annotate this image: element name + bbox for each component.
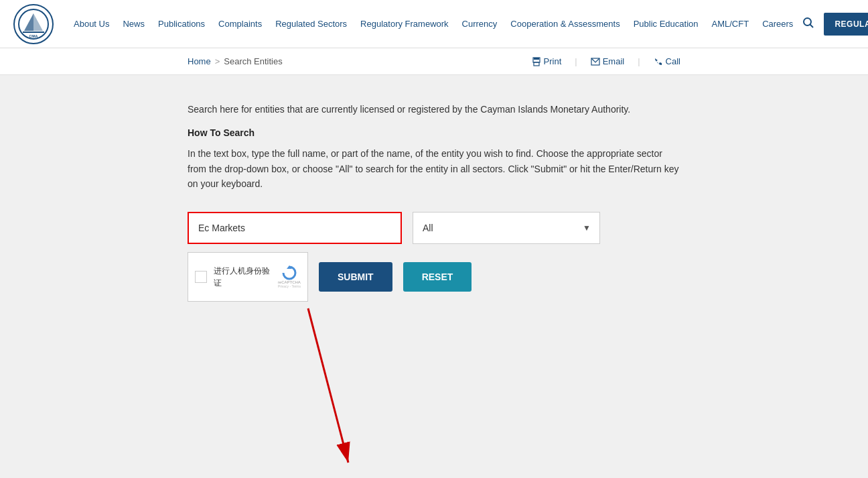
sector-select[interactable]: All Banking Insurance Investments Fiduci… (413, 212, 600, 244)
search-form: All Banking Insurance Investments Fiduci… (188, 212, 680, 302)
search-row: All Banking Insurance Investments Fiduci… (188, 212, 680, 244)
search-input-wrapper (188, 212, 402, 244)
nav-publications[interactable]: Publications (151, 19, 212, 29)
svg-line-13 (308, 308, 348, 463)
nav-about-us[interactable]: About Us (67, 19, 116, 29)
recaptcha-subtext: Privacy - Terms (278, 284, 301, 288)
breadcrumb-current: Search Entities (224, 56, 282, 66)
breadcrumb-bar: Home > Search Entities Print | Email | (0, 48, 868, 75)
captcha-logo: reCAPTCHA Privacy - Terms (278, 265, 301, 288)
svg-point-5 (804, 18, 811, 25)
how-to-title: How To Search (188, 127, 680, 138)
submit-button[interactable]: SUBMIT (319, 262, 392, 292)
breadcrumb: Home > Search Entities (188, 56, 283, 66)
svg-marker-2 (33, 13, 43, 31)
nav-regulated-sectors[interactable]: Regulated Sectors (269, 19, 354, 29)
search-icon-button[interactable] (800, 14, 817, 34)
nav-careers[interactable]: Careers (755, 19, 800, 29)
red-arrow-svg (268, 302, 402, 476)
header-right: REGULATED ENTITIES (800, 13, 868, 36)
svg-rect-9 (534, 58, 539, 60)
site-logo: CIMA (13, 4, 54, 44)
search-icon (803, 17, 814, 28)
recaptcha-icon (282, 265, 297, 280)
reset-button[interactable]: RESET (403, 262, 472, 292)
nav-news[interactable]: News (116, 19, 151, 29)
nav-cooperation[interactable]: Cooperation & Assessments (504, 19, 626, 29)
svg-line-6 (810, 24, 814, 27)
nav-currency[interactable]: Currency (455, 19, 504, 29)
sector-select-wrapper: All Banking Insurance Investments Fiduci… (413, 212, 600, 244)
svg-rect-8 (534, 62, 539, 66)
instruction-text: In the text box, type the full name, or … (188, 146, 680, 191)
svg-text:CIMA: CIMA (29, 34, 38, 38)
search-input[interactable] (188, 212, 402, 244)
call-action[interactable]: Call (654, 56, 680, 66)
site-header: CIMA About Us News Publications Complain… (0, 0, 868, 48)
captcha-box[interactable]: 进行人机身份验证 reCAPTCHA Privacy - Terms (188, 252, 308, 302)
breadcrumb-actions: Print | Email | Call (532, 56, 680, 66)
captcha-row: 进行人机身份验证 reCAPTCHA Privacy - Terms SUBMI… (188, 252, 680, 302)
email-icon (591, 58, 600, 66)
logo-area: CIMA (13, 4, 54, 44)
nav-amlcft[interactable]: AML/CFT (705, 19, 756, 29)
print-action[interactable]: Print (532, 56, 562, 66)
captcha-checkbox[interactable] (195, 271, 207, 283)
nav-regulatory-framework[interactable]: Regulatory Framework (354, 19, 455, 29)
email-action[interactable]: Email (591, 56, 625, 66)
intro-text: Search here for entities that are curren… (188, 102, 680, 117)
main-content: Search here for entities that are curren… (0, 75, 868, 478)
print-icon (532, 57, 541, 66)
svg-marker-1 (24, 13, 33, 31)
breadcrumb-separator: > (215, 56, 220, 66)
captcha-label: 进行人机身份验证 (214, 266, 270, 288)
arrow-annotation (188, 302, 680, 476)
phone-icon (654, 57, 663, 66)
regulated-entities-button[interactable]: REGULATED ENTITIES (824, 13, 868, 36)
nav-public-education[interactable]: Public Education (627, 19, 705, 29)
main-nav: About Us News Publications Complaints Re… (67, 19, 800, 29)
breadcrumb-home[interactable]: Home (188, 56, 211, 66)
nav-complaints[interactable]: Complaints (212, 19, 269, 29)
